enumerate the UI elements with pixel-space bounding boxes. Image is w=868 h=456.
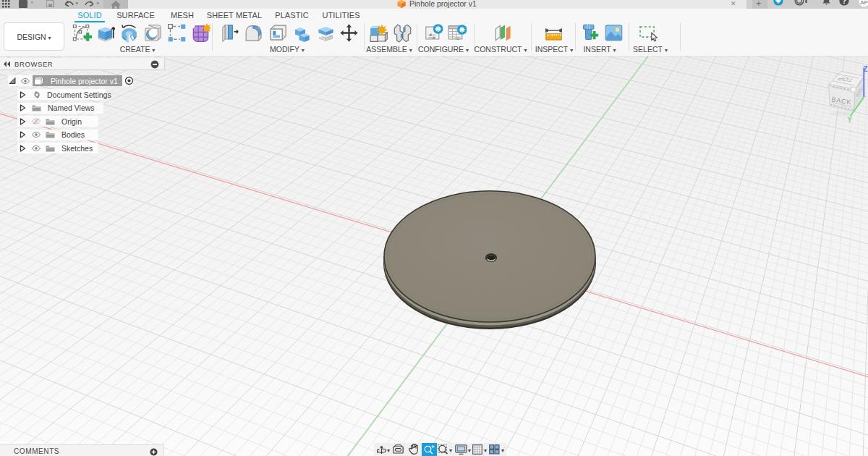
svg-text:?: ? [842, 0, 846, 5]
svg-text:Y: Y [847, 116, 852, 124]
svg-text:Z: Z [863, 65, 867, 73]
svg-text:AP: AP [860, 0, 868, 6]
